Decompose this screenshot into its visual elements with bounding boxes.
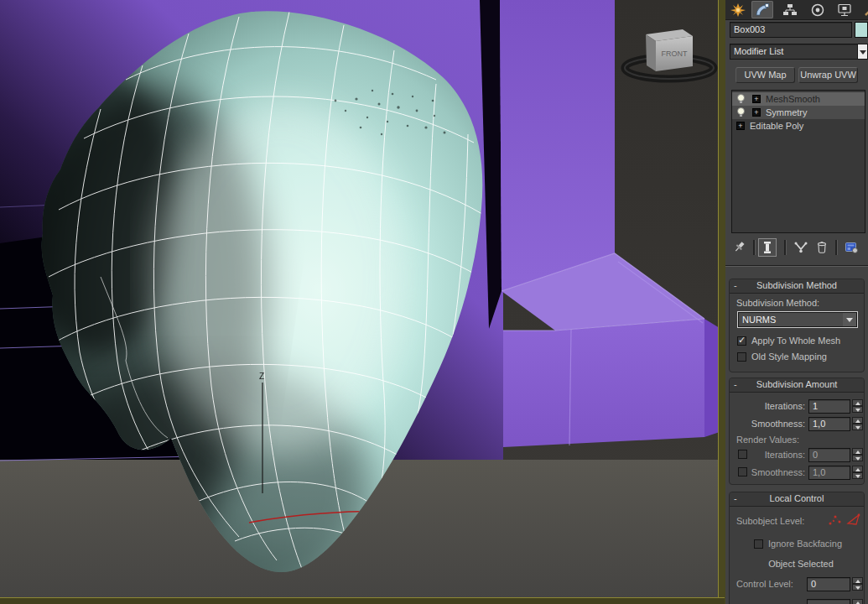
- iterations-label: Iterations:: [730, 401, 805, 411]
- tab-motion[interactable]: [807, 1, 829, 18]
- stack-row-symmetry[interactable]: + Symmetry: [732, 106, 865, 119]
- old-style-mapping-label[interactable]: Old Style Mapping: [751, 351, 827, 362]
- toolbar-separator: [784, 240, 787, 255]
- viewport[interactable]: FRONT: [0, 0, 725, 604]
- uvw-map-button[interactable]: UVW Map: [735, 67, 795, 83]
- render-smoothness-spinner[interactable]: [852, 466, 863, 480]
- render-values-label: Render Values:: [736, 435, 799, 445]
- chevron-down-icon[interactable]: [843, 313, 856, 326]
- modifier-list-arrow[interactable]: [857, 44, 868, 60]
- display-icon: [836, 3, 853, 18]
- render-iterations-spinner[interactable]: [852, 448, 863, 462]
- ignore-backfacing-label[interactable]: Ignore Backfacing: [768, 539, 842, 549]
- tab-modify[interactable]: [751, 1, 773, 18]
- expand-plus-icon[interactable]: +: [752, 108, 761, 117]
- render-iterations-label: Iterations:: [753, 450, 805, 460]
- collapse-icon[interactable]: -: [734, 378, 737, 391]
- render-smoothness-field[interactable]: 1,0: [808, 466, 850, 480]
- smoothness-field[interactable]: 1,0: [808, 417, 850, 431]
- patch-icon[interactable]: [845, 512, 864, 528]
- object-selected-label: Object Selected: [746, 559, 855, 569]
- smoothness-label: Smoothness:: [730, 419, 805, 429]
- rollout-header-subdivision-method[interactable]: - Subdivision Method: [730, 279, 864, 294]
- show-end-result-icon: [760, 240, 775, 255]
- stack-row-editable-poly[interactable]: + Editable Poly: [732, 119, 865, 133]
- expand-plus-icon[interactable]: +: [752, 95, 761, 103]
- stack-toolbar: [725, 237, 868, 259]
- modifier-label[interactable]: Symmetry: [766, 106, 808, 119]
- pin-stack-icon: [732, 240, 747, 255]
- viewport-active-border-bottom: [0, 597, 725, 604]
- remove-modifier-icon: [814, 240, 829, 255]
- purple-pillar: [500, 0, 615, 291]
- remove-modifier-button[interactable]: [813, 238, 831, 257]
- create-icon: [730, 3, 746, 18]
- subobject-level-label: Subobject Level:: [736, 516, 804, 526]
- stack-row-meshsmooth[interactable]: + MeshSmooth: [732, 92, 865, 106]
- checkmark: ✓: [738, 335, 746, 346]
- control-level-label: Control Level:: [736, 579, 793, 589]
- tab-hierarchy[interactable]: [779, 1, 801, 18]
- modify-icon: [754, 3, 771, 18]
- vertex-icon[interactable]: [827, 513, 844, 528]
- render-iterations-field[interactable]: 0: [808, 448, 850, 462]
- motion-icon: [809, 3, 826, 18]
- panel-divider: [725, 265, 868, 267]
- control-level-spinner[interactable]: [852, 577, 863, 591]
- rollout-local-control: - Local Control Subobject Level: Ignore …: [729, 492, 865, 604]
- iterations-spinner[interactable]: [852, 399, 863, 414]
- viewcube-front-label: FRONT: [662, 49, 688, 58]
- toolbar-separator: [835, 240, 838, 255]
- ignore-backfacing-checkbox[interactable]: [754, 539, 763, 549]
- viewport-canvas[interactable]: FRONT: [0, 0, 725, 604]
- command-panel-tabs: [725, 0, 868, 20]
- render-iterations-checkbox[interactable]: [738, 450, 747, 459]
- smoothness-spinner[interactable]: [852, 417, 863, 431]
- rollout-title: Local Control: [770, 493, 824, 503]
- rollout-subdivision-method: - Subdivision Method Subdivision Method:…: [729, 279, 865, 372]
- object-color-swatch[interactable]: [855, 22, 868, 38]
- render-smoothness-label: Smoothness:: [743, 467, 805, 477]
- modifier-label[interactable]: Editable Poly: [750, 119, 803, 133]
- unwrap-uvw-button[interactable]: Unwrap UVW: [798, 67, 858, 83]
- subdivision-method-dropdown[interactable]: NURMS: [737, 311, 858, 328]
- configure-modifier-sets-icon: [844, 240, 859, 255]
- pin-stack-button[interactable]: [730, 238, 749, 257]
- apply-to-whole-mesh-checkbox[interactable]: ✓: [737, 336, 746, 346]
- viewport-active-border-right: [718, 0, 725, 604]
- hierarchy-icon: [782, 3, 798, 18]
- tab-create[interactable]: [727, 1, 749, 18]
- control-level-field[interactable]: 0: [807, 577, 850, 591]
- clipped-field[interactable]: [807, 599, 850, 604]
- tab-display[interactable]: [834, 1, 855, 18]
- clipped-spinner[interactable]: [852, 599, 863, 604]
- make-unique-button[interactable]: [792, 238, 810, 257]
- object-name-field[interactable]: Box003: [730, 22, 852, 38]
- modifier-label[interactable]: MeshSmooth: [766, 92, 820, 106]
- axis-z-label: Z: [259, 372, 264, 381]
- configure-modifier-sets-button[interactable]: [842, 238, 860, 257]
- make-unique-icon: [793, 240, 808, 255]
- lightbulb-icon[interactable]: [736, 94, 746, 104]
- rollout-subdivision-amount: - Subdivision Amount Iterations: 1 Smoot…: [729, 378, 865, 485]
- apply-to-whole-mesh-label[interactable]: Apply To Whole Mesh: [751, 336, 840, 346]
- lightbulb-icon[interactable]: [736, 107, 746, 117]
- toolbar-separator: [753, 240, 756, 255]
- subdivision-method-value: NURMS: [742, 315, 776, 325]
- modifier-stack: + MeshSmooth + Symmetry + Editable Poly: [731, 90, 865, 233]
- iterations-field[interactable]: 1: [808, 399, 850, 414]
- rollout-title: Subdivision Amount: [756, 379, 838, 389]
- collapse-icon[interactable]: -: [734, 279, 737, 292]
- rollout-title: Subdivision Method: [756, 280, 837, 290]
- collapse-icon[interactable]: -: [734, 492, 737, 505]
- modifier-list-dropdown[interactable]: Modifier List: [730, 44, 858, 60]
- tab-utilities[interactable]: [859, 1, 868, 18]
- rollout-header-local-control[interactable]: - Local Control: [730, 492, 864, 507]
- show-end-result-button[interactable]: [758, 238, 777, 257]
- rollout-header-subdivision-amount[interactable]: - Subdivision Amount: [730, 378, 864, 393]
- old-style-mapping-checkbox[interactable]: [737, 352, 746, 362]
- utilities-icon: [861, 3, 868, 18]
- subdivision-method-label: Subdivision Method:: [736, 298, 819, 308]
- expand-plus-icon[interactable]: +: [736, 122, 745, 130]
- command-panel: Box003 Modifier List UVW Map Unwrap UVW …: [725, 0, 868, 604]
